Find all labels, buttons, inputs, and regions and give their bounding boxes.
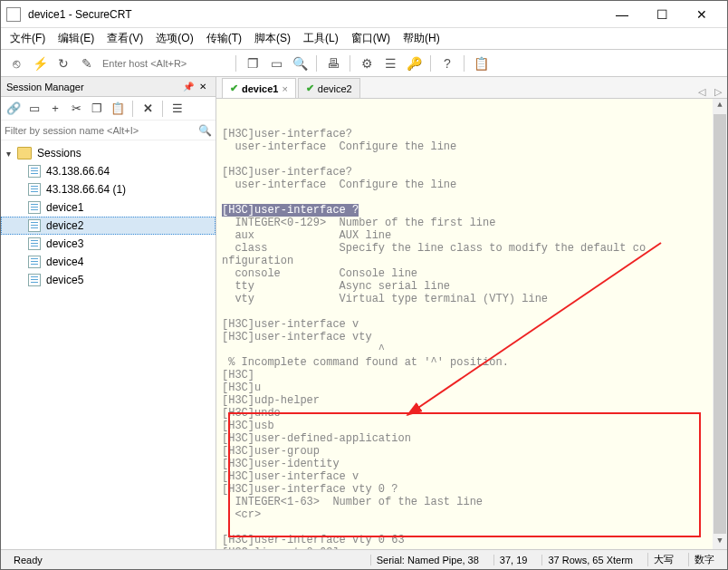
close-button[interactable]: ✕ <box>682 2 722 27</box>
terminal-line: % Incomplete command found at '^' positi… <box>222 356 727 369</box>
status-num: 数字 <box>688 553 720 566</box>
session-item[interactable]: 43.138.66.64 <box>1 162 216 180</box>
menu-view[interactable]: 查看(V) <box>107 31 143 46</box>
session-label: device5 <box>46 274 83 286</box>
connect-icon[interactable]: ⎋ <box>6 53 26 73</box>
session-item[interactable]: device2 <box>1 217 216 235</box>
session-item[interactable]: device3 <box>1 235 216 253</box>
session-item[interactable]: device5 <box>1 271 216 289</box>
session-tree[interactable]: ▾ Sessions 43.138.66.6443.138.66.64 (1)d… <box>1 140 216 549</box>
copy-session-icon[interactable]: ❐ <box>88 100 106 118</box>
window-title: device1 - SecureCRT <box>28 8 602 21</box>
session-label: 43.138.66.64 <box>46 165 110 178</box>
scroll-thumb[interactable] <box>714 114 726 534</box>
session-toolbar: 🔗 ▭ + ✂ ❐ 📋 ✕ ☰ <box>1 97 216 121</box>
menu-tools[interactable]: 工具(L) <box>303 31 339 46</box>
tree-root[interactable]: ▾ Sessions <box>1 144 216 162</box>
session-icon <box>28 237 41 250</box>
scroll-down-icon[interactable]: ▼ <box>713 535 727 549</box>
folder-icon <box>17 147 32 159</box>
separator <box>162 101 163 117</box>
scroll-up-icon[interactable]: ▲ <box>713 99 727 113</box>
paste-icon[interactable]: ▭ <box>266 53 286 73</box>
minimize-button[interactable]: — <box>602 2 642 27</box>
pin-icon[interactable]: 📌 <box>181 82 196 92</box>
maximize-button[interactable]: ☐ <box>642 2 682 27</box>
status-caps: 大写 <box>647 553 679 566</box>
tab-label: device1 <box>242 83 278 94</box>
menubar: 文件(F) 编辑(E) 查看(V) 选项(O) 传输(T) 脚本(S) 工具(L… <box>1 28 727 50</box>
find-icon[interactable]: 🔍 <box>290 53 310 73</box>
cut-icon[interactable]: ✂ <box>67 100 85 118</box>
caret-down-icon[interactable]: ▾ <box>6 149 17 159</box>
session-item[interactable]: 43.138.66.64 (1) <box>1 180 216 198</box>
key-icon[interactable]: 🔑 <box>404 53 424 73</box>
terminal[interactable]: [H3C]user-interface? user-interface Conf… <box>216 99 727 549</box>
terminal-line <box>222 305 727 318</box>
separator <box>316 55 317 72</box>
menu-help[interactable]: 帮助(H) <box>403 31 440 46</box>
session-item[interactable]: device4 <box>1 253 216 271</box>
panel-title: Session Manager <box>6 82 84 92</box>
separator <box>350 55 350 72</box>
menu-script[interactable]: 脚本(S) <box>254 31 291 46</box>
menu-window[interactable]: 窗口(W) <box>351 31 390 46</box>
add-icon[interactable]: + <box>46 100 64 118</box>
terminal-line: [H3C]user-defined-application <box>222 432 727 445</box>
link-icon[interactable]: 🔗 <box>5 100 23 118</box>
separator <box>132 101 133 117</box>
print-icon[interactable]: 🖶 <box>323 53 343 73</box>
toolbar: ⎋ ⚡ ↻ ✎ ❐ ▭ 🔍 🖶 ⚙ ☰ 🔑 ? 📋 <box>1 50 727 77</box>
tab-device1[interactable]: ✔ device1 × <box>222 78 296 98</box>
filter-input[interactable] <box>5 125 198 136</box>
session-item[interactable]: device1 <box>1 198 216 217</box>
quick-connect-icon[interactable]: ⚡ <box>30 53 50 73</box>
terminal-line: <cr> <box>222 508 727 521</box>
session-options-icon[interactable]: ☰ <box>380 53 400 73</box>
terminal-line: ^ <box>222 343 727 356</box>
menu-edit[interactable]: 编辑(E) <box>58 31 94 46</box>
session-label: device1 <box>46 201 83 214</box>
session-icon <box>28 183 41 196</box>
tab-device2[interactable]: ✔ device2 <box>298 78 360 98</box>
search-icon[interactable]: 🔍 <box>198 124 212 137</box>
session-icon <box>28 274 41 286</box>
close-tab-icon[interactable]: × <box>282 83 287 94</box>
menu-transfer[interactable]: 传输(T) <box>206 31 242 46</box>
scrollbar[interactable]: ▲ ▼ <box>713 99 727 549</box>
new-session-icon[interactable]: ▭ <box>25 100 43 118</box>
status-ready: Ready <box>8 555 361 565</box>
app-icon <box>6 7 21 22</box>
disconnect-icon[interactable]: ✎ <box>77 53 97 73</box>
paste-session-icon[interactable]: 📋 <box>109 100 127 118</box>
copy-icon[interactable]: ❐ <box>243 53 263 73</box>
terminal-line: aux AUX line <box>222 229 727 242</box>
tab-prev-icon[interactable]: ◁ <box>698 86 705 98</box>
help-icon[interactable]: ? <box>437 53 457 73</box>
terminal-line: [H3C]u <box>222 382 727 394</box>
tab-next-icon[interactable]: ▷ <box>714 86 722 98</box>
terminal-line <box>222 521 727 534</box>
terminal-line: [H3C]user-interface? <box>222 128 727 140</box>
terminal-line: [H3C] <box>222 369 727 382</box>
close-panel-icon[interactable]: ✕ <box>196 82 210 92</box>
terminal-line <box>222 153 727 166</box>
reconnect-icon[interactable]: ↻ <box>53 53 73 73</box>
settings-icon[interactable]: ⚙ <box>357 53 377 73</box>
status-pos: 37, 19 <box>493 555 533 565</box>
terminal-line: console Console line <box>222 267 727 280</box>
session-icon <box>28 219 41 232</box>
separator <box>235 55 236 72</box>
terminal-line: nfiguration <box>222 255 727 267</box>
delete-icon[interactable]: ✕ <box>139 100 157 118</box>
separator <box>430 55 431 72</box>
menu-options[interactable]: 选项(O) <box>156 31 193 46</box>
terminal-line: [H3C]usb <box>222 420 727 432</box>
menu-file[interactable]: 文件(F) <box>10 31 45 46</box>
host-input[interactable] <box>101 56 229 71</box>
terminal-line: user-interface Configure the line <box>222 140 727 153</box>
properties-icon[interactable]: ☰ <box>168 100 187 118</box>
terminal-line: tty Async serial line <box>222 280 727 293</box>
terminal-line: [H3C]user-interface ? <box>222 204 727 217</box>
log-icon[interactable]: 📋 <box>471 53 491 73</box>
